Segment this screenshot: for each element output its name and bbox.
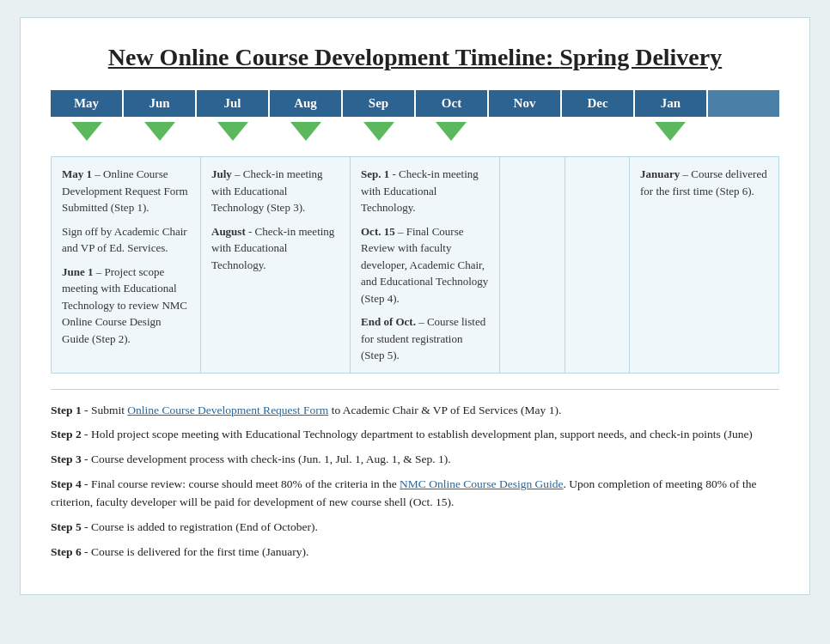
month-sep: Sep xyxy=(343,90,416,117)
content-col-jan: January – Course delivered for the first… xyxy=(630,157,778,373)
arrow-jan xyxy=(633,117,706,146)
month-jun: Jun xyxy=(124,90,197,117)
step-5: Step 5 - Course is added to registration… xyxy=(51,519,779,537)
step-1: Step 1 - Submit Online Course Developmen… xyxy=(51,402,779,420)
content-signoff: Sign off by Academic Chair and VP of Ed.… xyxy=(62,223,190,257)
page-container: New Online Course Development Timeline: … xyxy=(20,17,810,595)
month-aug: Aug xyxy=(270,90,343,117)
arrow-aug xyxy=(269,117,342,146)
content-june1: June 1 – Project scope meeting with Educ… xyxy=(62,264,190,348)
arrow-sep xyxy=(342,117,415,146)
step-4-link[interactable]: NMC Online Course Design Guide xyxy=(400,477,563,490)
arrow-jan-icon xyxy=(655,122,686,141)
content-col-dec xyxy=(565,157,631,373)
content-col-mayjun: May 1 – Online Course Development Reques… xyxy=(52,157,201,373)
content-august: August - Check-in meeting with Education… xyxy=(211,223,339,274)
step-6-label: Step 6 xyxy=(51,545,82,558)
month-empty xyxy=(708,90,779,117)
content-col-sepoct: Sep. 1 - Check-in meeting with Education… xyxy=(351,157,500,373)
arrow-row xyxy=(51,117,779,146)
content-jan: January – Course delivered for the first… xyxy=(640,166,768,199)
step-1-link[interactable]: Online Course Development Request Form xyxy=(127,404,328,416)
step-5-text: - Course is added to registration (End o… xyxy=(82,520,318,533)
arrow-aug-icon xyxy=(290,122,321,141)
arrow-nov xyxy=(488,117,561,146)
step-2: Step 2 - Hold project scope meeting with… xyxy=(51,426,779,444)
step-2-label: Step 2 xyxy=(51,428,82,440)
arrow-sep-icon xyxy=(363,122,394,141)
arrow-jun-icon xyxy=(144,122,175,141)
month-jul: Jul xyxy=(197,90,270,117)
content-endoct: End of Oct. – Course listed for student … xyxy=(361,313,489,364)
arrow-empty xyxy=(706,117,779,146)
month-nov: Nov xyxy=(489,90,562,117)
content-col-nov xyxy=(500,157,565,373)
steps-section: Step 1 - Submit Online Course Developmen… xyxy=(51,402,779,562)
content-area: May 1 – Online Course Development Reques… xyxy=(51,156,779,374)
arrow-oct-icon xyxy=(436,122,467,141)
title-prefix: New Online Course Development Timeline: xyxy=(108,44,559,70)
title-highlight: Spring Delivery xyxy=(559,44,722,70)
section-divider xyxy=(51,389,779,390)
step-6-text: - Course is delivered for the first time… xyxy=(82,545,309,558)
step-4-label: Step 4 xyxy=(51,477,82,490)
timeline-header: May Jun Jul Aug Sep Oct Nov Dec Jan xyxy=(51,90,779,117)
arrow-dec xyxy=(561,117,634,146)
month-may: May xyxy=(51,90,124,117)
content-sep1: Sep. 1 - Check-in meeting with Education… xyxy=(361,166,489,216)
step-4-text: - Final course review: course should mee… xyxy=(82,477,400,490)
step-3-label: Step 3 xyxy=(51,453,82,465)
step-3-text: - Course development process with check-… xyxy=(82,453,451,465)
step-4: Step 4 - Final course review: course sho… xyxy=(51,476,779,512)
page-title: New Online Course Development Timeline: … xyxy=(51,44,779,71)
step-1-text: - Submit xyxy=(82,404,128,416)
month-dec: Dec xyxy=(562,90,635,117)
arrow-oct xyxy=(415,117,488,146)
content-col-julaug: July – Check-in meeting with Educational… xyxy=(201,157,351,373)
step-3: Step 3 - Course development process with… xyxy=(51,451,779,469)
arrow-may-icon xyxy=(71,122,102,141)
content-may1: May 1 – Online Course Development Reques… xyxy=(62,166,190,216)
step-1-label: Step 1 xyxy=(51,404,82,416)
content-july: July – Check-in meeting with Educational… xyxy=(211,166,339,216)
arrow-jun xyxy=(124,117,197,146)
step-5-label: Step 5 xyxy=(51,520,82,533)
arrow-jul xyxy=(197,117,270,146)
step-1-text2: to Academic Chair & VP of Ed Services (M… xyxy=(328,404,561,416)
content-oct15: Oct. 15 – Final Course Review with facul… xyxy=(361,223,489,307)
month-oct: Oct xyxy=(416,90,489,117)
step-6: Step 6 - Course is delivered for the fir… xyxy=(51,544,779,562)
step-2-text: - Hold project scope meeting with Educat… xyxy=(82,428,753,440)
arrow-jul-icon xyxy=(217,122,248,141)
month-jan: Jan xyxy=(635,90,708,117)
arrow-may xyxy=(51,117,124,146)
